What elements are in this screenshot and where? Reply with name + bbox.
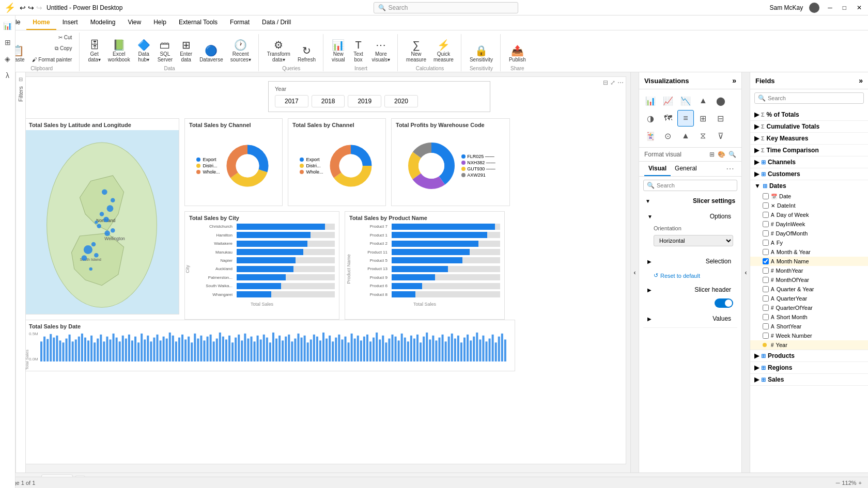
publish-button[interactable]: 📤Publish — [506, 43, 529, 65]
field-item-month-year[interactable]: A Month & Year — [750, 247, 868, 257]
viz-bar-icon[interactable]: 📊 — [642, 92, 659, 109]
viz-line-icon[interactable]: 📉 — [677, 92, 694, 109]
refresh-button[interactable]: ↻Refresh — [295, 43, 319, 65]
tab-general[interactable]: General — [671, 162, 701, 176]
get-data-button[interactable]: 🗄Getdata▾ — [85, 38, 103, 65]
options-header[interactable]: ▼ Options — [647, 210, 733, 223]
field-group-regions-header[interactable]: ▶ ⊞ Regions — [750, 362, 868, 373]
day-of-week-checkbox[interactable] — [763, 212, 769, 218]
dax-icon[interactable]: λ — [2, 69, 14, 82]
field-item-date[interactable]: 📅 Date — [750, 192, 868, 201]
new-measure-button[interactable]: ∑Newmeasure — [403, 38, 429, 65]
field-group-products-header[interactable]: ▶ ⊞ Products — [750, 350, 868, 361]
tab-modeling[interactable]: Modeling — [84, 15, 122, 30]
zoom-in-button[interactable]: + — [859, 480, 862, 486]
format-painter-button[interactable]: 🖌 Format painter — [29, 55, 75, 65]
year-2017-button[interactable]: 2017 — [275, 95, 308, 107]
close-button[interactable]: ✕ — [855, 4, 864, 11]
tab-help[interactable]: Help — [147, 15, 173, 30]
field-group-key-measures-header[interactable]: ▶ Σ Key Measures — [750, 133, 868, 144]
field-group-totals-header[interactable]: ▶ Σ % of Totals — [750, 109, 868, 120]
values-header[interactable]: ▶ Values — [647, 312, 733, 325]
field-item-dayofmonth[interactable]: # DayOfMonth — [750, 229, 868, 238]
tab-external-tools[interactable]: External Tools — [173, 15, 224, 30]
report-view-icon[interactable]: 📊 — [2, 20, 14, 32]
dayofmonth-checkbox[interactable] — [763, 230, 769, 237]
format-visual-icon3[interactable]: 🔍 — [729, 151, 736, 158]
recent-sources-button[interactable]: 🕐Recentsources▾ — [227, 38, 254, 65]
fields-panel-toggle[interactable]: ‹ — [741, 72, 750, 473]
viz-matrix-icon[interactable]: ⊟ — [712, 110, 729, 127]
fields-search-input[interactable] — [768, 95, 860, 101]
viz-panel-toggle[interactable]: ‹ — [630, 72, 639, 473]
slicer-header-header[interactable]: ▶ Slicer header — [647, 283, 733, 296]
field-item-monthyear[interactable]: # MonthYear — [750, 266, 868, 275]
viz-column-icon[interactable]: 📈 — [660, 92, 676, 109]
new-visual-button[interactable]: 📊Newvisual — [329, 38, 348, 65]
dataverse-button[interactable]: 🔵Dataverse — [196, 43, 226, 65]
fy-checkbox[interactable] — [763, 240, 769, 246]
viz-table-icon[interactable]: ⊞ — [695, 110, 711, 127]
tab-home[interactable]: Home — [26, 15, 56, 30]
field-group-channels-header[interactable]: ▶ ⊞ Channels — [750, 156, 868, 168]
tab-data-drill[interactable]: Data / Drill — [256, 15, 297, 30]
field-group-dates-header[interactable]: ▼ ⊞ Dates — [750, 180, 868, 192]
model-view-icon[interactable]: ◈ — [2, 53, 14, 65]
more-options-icon[interactable]: ⋯ — [724, 162, 736, 176]
year-2020-button[interactable]: 2020 — [384, 95, 418, 107]
viz-pie-icon[interactable]: ◑ — [642, 110, 659, 127]
quarterofyear-checkbox[interactable] — [763, 305, 769, 311]
fields-search[interactable]: 🔍 — [754, 92, 864, 104]
shortyear-checkbox[interactable] — [763, 323, 769, 329]
monthofyear-checkbox[interactable] — [763, 277, 769, 283]
field-group-sales-header[interactable]: ▶ ⊞ Sales — [750, 374, 868, 385]
field-group-cumulative-header[interactable]: ▶ Σ Cumulative Totals — [750, 121, 868, 132]
tab-format[interactable]: Format — [224, 15, 256, 30]
field-item-quarter-year[interactable]: A Quarter & Year — [750, 285, 868, 294]
more-visuals-button[interactable]: ⋯Morevisuals▾ — [369, 38, 394, 65]
format-visual-icon1[interactable]: ⊞ — [709, 151, 715, 158]
titlebar-search[interactable]: 🔍 Search — [374, 2, 518, 13]
month-name-checkbox[interactable] — [763, 258, 769, 264]
field-item-short-month[interactable]: A Short Month — [750, 312, 868, 322]
short-month-checkbox[interactable] — [763, 314, 769, 320]
field-item-year[interactable]: # Year — [750, 340, 868, 350]
field-item-fy[interactable]: A Fy — [750, 238, 868, 247]
more-icon[interactable]: ⋯ — [617, 79, 624, 86]
minimize-button[interactable]: ─ — [826, 4, 834, 11]
field-item-month-name[interactable]: A Month Name — [750, 257, 868, 266]
field-item-day-of-week[interactable]: A Day of Week — [750, 210, 868, 219]
viz-search[interactable]: 🔍 — [643, 180, 737, 191]
year-2019-button[interactable]: 2019 — [348, 95, 381, 107]
undo-button[interactable]: ↩ — [20, 4, 26, 12]
sensitivity-button[interactable]: 🔒Sensitivity — [467, 43, 496, 65]
reset-default-button[interactable]: ↺ Reset to default — [647, 272, 733, 279]
selection-header[interactable]: ▶ Selection — [647, 255, 733, 268]
maximize-button[interactable]: □ — [841, 4, 848, 11]
fields-expand-icon[interactable]: » — [859, 76, 863, 85]
week-number-checkbox[interactable] — [763, 333, 769, 339]
copy-button[interactable]: ⧉ Copy — [29, 43, 75, 54]
quarteryear-checkbox[interactable] — [763, 295, 769, 302]
data-hub-button[interactable]: 🔷Datahub▾ — [134, 38, 153, 65]
orientation-select[interactable]: Horizontal Vertical — [654, 235, 733, 246]
viz-expand-icon[interactable]: » — [732, 76, 736, 85]
quick-measure-button[interactable]: ⚡Quickmeasure — [430, 38, 457, 65]
viz-card-icon[interactable]: 🃏 — [642, 128, 659, 144]
sql-server-button[interactable]: 🗃SQLServer — [154, 38, 176, 65]
format-visual-icon2[interactable]: 🎨 — [718, 151, 725, 158]
viz-slicer-icon[interactable]: ≡ — [677, 110, 694, 127]
date-checkbox[interactable] — [763, 193, 769, 199]
field-item-shortyear[interactable]: A ShortYear — [750, 322, 868, 331]
quarter-year-checkbox[interactable] — [763, 286, 769, 292]
slicer-header-toggle[interactable] — [715, 298, 733, 308]
viz-scatter-icon[interactable]: ⬤ — [712, 92, 729, 109]
tab-insert[interactable]: Insert — [56, 15, 84, 30]
save-button[interactable]: ↪ — [36, 4, 42, 12]
year-2018-button[interactable]: 2018 — [312, 95, 345, 107]
dayinweek-checkbox[interactable] — [763, 221, 769, 227]
transform-data-button[interactable]: ⚙Transformdata▾ — [264, 38, 293, 65]
field-item-quarterofyear[interactable]: # QuarterOfYear — [750, 303, 868, 312]
slicer-settings-header[interactable]: ▼ Slicer settings — [643, 194, 737, 208]
field-item-quarteryear[interactable]: A QuarterYear — [750, 294, 868, 303]
